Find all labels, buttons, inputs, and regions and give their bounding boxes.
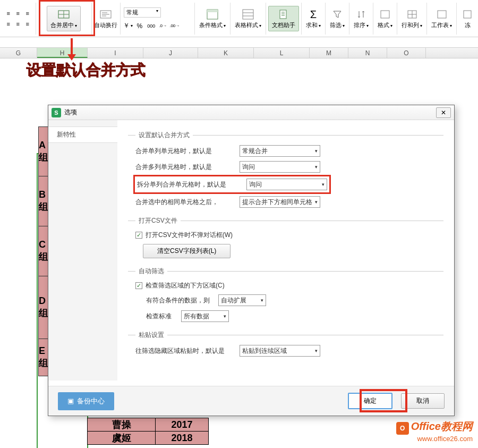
cancel-button[interactable]: 取消 [401,393,445,409]
split-single-select[interactable]: 询问 [246,179,327,190]
doc-assist-button[interactable]: 文档助手 [268,6,299,31]
paste-hidden-label: 往筛选隐藏区域粘贴时，默认是 [135,346,236,356]
paste-hidden-select[interactable]: 粘贴到连续区域 [240,345,320,357]
merge-multi-select[interactable]: 询问 [240,161,320,173]
align-right-icon[interactable]: ≡ [23,20,32,28]
section-paste: 粘贴设置 往筛选隐藏区域粘贴时，默认是 粘贴到连续区域 [128,331,443,361]
ok-button[interactable]: 确定 [348,393,392,409]
align-top-icon[interactable]: ≡ [4,9,13,18]
data-table-partial: 曹操2017 虞姬2018 [87,418,209,445]
filter-standard-select[interactable]: 所有数据 [181,310,229,322]
col-header[interactable]: K [198,48,254,58]
backup-center-button[interactable]: ▣ 备份中心 [58,392,114,410]
wrap-text-button[interactable]: 自动换行 [92,7,120,30]
col-header[interactable]: G [0,48,37,58]
merge-multi-label: 合并多列单元格时，默认是 [135,163,236,172]
cond-format-icon [206,8,219,21]
filter-standard-label: 检查标准 [146,312,178,321]
watermark-url: www.office26.com [396,435,473,443]
freeze-icon [461,8,474,21]
section-legend: 粘贴设置 [135,331,167,340]
annotation-highlight-row: 拆分单列合并单元格时，默认是 询问 [133,175,331,194]
table-style-icon [242,8,254,21]
align-bot-icon[interactable]: ≡ [23,9,32,18]
table-row: 曹操2017 [88,418,209,432]
col-header[interactable]: I [88,48,143,58]
section-legend: 打开CSV文件 [135,216,181,225]
worksheet-button[interactable]: 工作表 [429,7,454,30]
watermark-icon: O [396,422,409,435]
rowcol-button[interactable]: 行和列 [399,7,424,30]
percent-button[interactable]: % [135,22,144,30]
svg-rect-10 [381,11,389,18]
format-icon [379,8,391,21]
col-header[interactable]: M [310,48,348,58]
svg-rect-14 [438,11,446,18]
check-below-label: 检查筛选区域的下方区域(C) [146,281,225,290]
section-legend: 设置默认合并方式 [135,131,193,140]
merge-icon [57,8,70,21]
section-filter: 自动筛选 检查筛选区域的下方区域(C) 有符合条件的数据，则 自动扩展 检查标准… [128,267,443,326]
dialog-sidebar: 新特性 [48,120,117,381]
csv-checkbox-label: 打开CSV文件时不弹对话框(W) [146,231,233,240]
table-style-button[interactable]: 表格样式 [233,7,263,30]
sigma-icon: Σ [307,8,320,21]
annotation-text: 设置默认合并方式 [27,60,146,80]
number-format-combo[interactable]: 常规 [124,7,161,18]
col-header[interactable]: L [254,48,310,58]
sidebar-item-new-features[interactable]: 新特性 [48,126,117,143]
app-icon: S [52,108,61,117]
check-below-checkbox[interactable] [135,282,142,289]
col-header[interactable]: H [37,48,88,58]
comma-button[interactable]: 000 [147,22,156,30]
rowcol-icon [406,8,419,21]
watermark: OOffice教程网 www.office26.com [396,419,473,443]
close-icon: ✕ [441,109,446,116]
ribbon: ≡≡≡ ≡≡≡ 合并居中 自动换行 常规 ￥ % 000 .0→ .00→ 条件… [0,0,478,37]
align-center-icon[interactable]: ≡ [14,20,22,28]
dec-decimal-button[interactable]: .00→ [170,22,179,30]
col-header[interactable]: O [387,48,426,58]
wrap-icon [99,8,112,21]
sum-button[interactable]: Σ 求和 [304,7,323,30]
section-merge: 设置默认合并方式 合并单列单元格时，默认是 常规合并 合并多列单元格时，默认是 … [128,131,443,212]
dialog-title: 选项 [64,108,436,117]
filter-expand-select[interactable]: 自动扩展 [218,294,266,306]
sort-button[interactable]: 排序 [352,7,371,30]
svg-rect-15 [464,11,471,18]
merge-same-label: 合并选中的相同单元格之后， [135,198,236,207]
section-csv: 打开CSV文件 打开CSV文件时不弹对话框(W) 清空CSV字段列表(L) [128,216,443,263]
filter-expand-label: 有符合条件的数据，则 [146,296,215,305]
split-single-label: 拆分单列合并单元格时，默认是 [137,180,246,189]
sort-icon [355,8,368,21]
align-left-icon[interactable]: ≡ [4,20,13,28]
annotation-arrow [66,38,77,62]
dialog-footer: ▣ 备份中心 确定 取消 [48,386,454,416]
currency-button[interactable]: ￥ [124,22,132,30]
options-dialog: S 选项 ✕ 新特性 设置默认合并方式 合并单列单元格时，默认是 常规合并 合并… [48,105,455,416]
format-button[interactable]: 格式 [375,7,395,30]
section-legend: 自动筛选 [135,267,167,276]
doc-assist-icon [277,8,290,21]
close-button[interactable]: ✕ [436,107,451,118]
merge-same-select[interactable]: 提示合并下方相同单元格 [240,196,320,208]
inc-decimal-button[interactable]: .0→ [159,22,167,30]
worksheet-icon [436,8,448,21]
dialog-titlebar: S 选项 ✕ [48,105,454,120]
svg-rect-5 [207,10,218,12]
funnel-icon [331,8,344,21]
col-header[interactable]: J [143,48,198,58]
cond-format-button[interactable]: 条件格式 [197,7,228,30]
svg-rect-9 [280,10,286,19]
watermark-title: Office教程网 [411,420,473,432]
filter-button[interactable]: 筛选 [328,7,347,30]
csv-no-dialog-checkbox[interactable] [135,232,142,239]
col-header[interactable]: N [348,48,387,58]
svg-rect-6 [243,10,253,19]
align-mid-icon[interactable]: ≡ [14,9,22,18]
freeze-button[interactable]: 冻 [459,7,476,30]
merge-single-label: 合并单列单元格时，默认是 [135,147,236,156]
merge-center-button[interactable]: 合并居中 [47,6,81,31]
merge-single-select[interactable]: 常规合并 [240,145,320,157]
clear-csv-button[interactable]: 清空CSV字段列表(L) [143,244,231,258]
